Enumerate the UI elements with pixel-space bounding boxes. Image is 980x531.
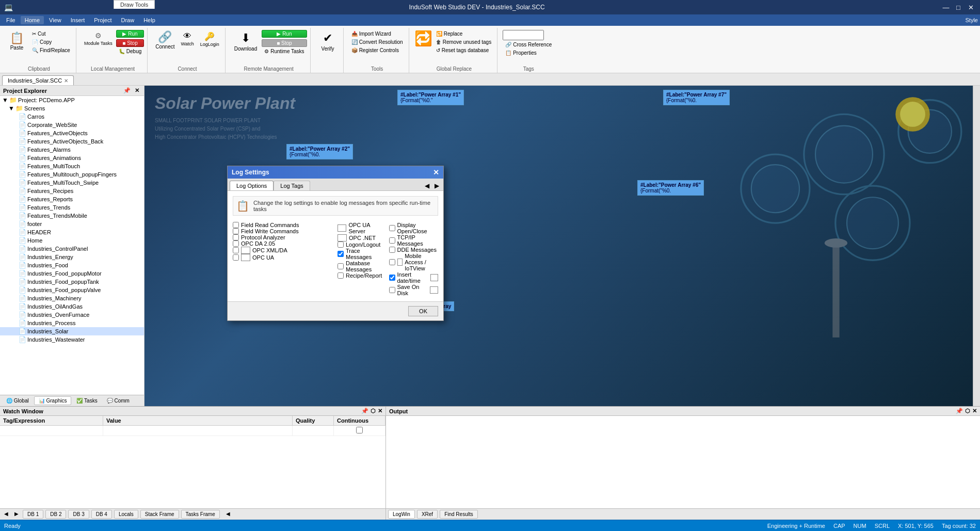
ww-continuous-checkbox[interactable] [356, 427, 363, 433]
reset-tags-button[interactable]: ↺ Reset tags database [433, 46, 494, 54]
menu-home[interactable]: Home [21, 16, 44, 24]
tab-close-button[interactable]: ✕ [64, 78, 68, 84]
tree-item-features-mt[interactable]: 📄Features_MultiTouch [0, 162, 144, 170]
pe-tab-tasks[interactable]: ✅ Tasks [72, 396, 101, 405]
cb-protocol-input[interactable] [233, 234, 239, 240]
ww-tab-db4[interactable]: DB 4 [91, 510, 112, 519]
tree-item-features-trends-mob[interactable]: 📄Features_TrendsMobile [0, 212, 144, 220]
tree-item-features-ao[interactable]: 📄Features_ActiveObjects [0, 129, 144, 137]
register-controls-button[interactable]: 📦 Register Controls [349, 46, 406, 54]
dialog-close-button[interactable]: ✕ [433, 169, 439, 176]
ww-tab-tasks-frame[interactable]: Tasks Frame [181, 510, 220, 519]
cut-button[interactable]: ✂ Cut [29, 30, 73, 38]
close-button[interactable]: ✕ [966, 2, 976, 12]
ww-tab-db2[interactable]: DB 2 [45, 510, 66, 519]
menu-view[interactable]: View [45, 16, 66, 24]
minimize-button[interactable]: — [941, 2, 951, 12]
dialog-ok-button[interactable]: OK [408, 306, 438, 316]
ww-tag-input[interactable] [3, 427, 100, 433]
run-button[interactable]: ▶ Run [116, 30, 144, 38]
opc-xml-color-box[interactable] [241, 247, 250, 254]
dialog-nav-next[interactable]: ▶ [432, 182, 441, 190]
cb-opc-xml-input[interactable] [233, 247, 239, 253]
pe-tab-comm[interactable]: 💬 Comm [103, 396, 134, 405]
tree-item-ind-solar[interactable]: 📄Industries_Solar [0, 327, 144, 335]
menu-draw[interactable]: Draw [117, 16, 139, 24]
tree-screens[interactable]: ▼ 📁 Screens [0, 104, 144, 112]
op-pin-button[interactable]: 📌 [956, 408, 963, 414]
cb-save-input[interactable] [389, 287, 395, 293]
menu-file[interactable]: File [2, 16, 20, 24]
tree-item-corporate[interactable]: 📄Corporate_WebSite [0, 121, 144, 129]
tree-item-header[interactable]: 📄HEADER [0, 228, 144, 236]
cb-insert-date-input[interactable] [389, 275, 395, 281]
mobile-color[interactable] [397, 259, 403, 266]
paste-button[interactable]: 📋 Paste [5, 30, 28, 53]
tree-item-ind-oil[interactable]: 📄Industries_OilAndGas [0, 302, 144, 311]
verify-button[interactable]: ✔ Verify [319, 30, 337, 53]
stop-button[interactable]: ■ Stop [116, 39, 144, 47]
tab-industries-solar[interactable]: Industries_Solar.SCC ✕ [2, 75, 74, 85]
tree-item-features-reports[interactable]: 📄Features_Reports [0, 195, 144, 203]
cb-dde-input[interactable] [389, 247, 395, 253]
ww-tab-stack-frame[interactable]: Stack Frame [140, 510, 179, 519]
tree-item-footer[interactable]: 📄footer [0, 220, 144, 228]
tree-item-features-alarms[interactable]: 📄Features_Alarms [0, 146, 144, 154]
module-tasks-button[interactable]: ⚙ Module Tasks [82, 30, 115, 47]
cb-display-input[interactable] [389, 225, 395, 231]
cb-logon-input[interactable] [338, 242, 344, 248]
ww-scroll-left[interactable]: ◀ [224, 510, 232, 519]
cb-trace-input[interactable] [338, 251, 344, 257]
tree-item-home[interactable]: 📄Home [0, 236, 144, 245]
tree-item-ind-process[interactable]: 📄Industries_Process [0, 319, 144, 327]
pe-tab-graphics[interactable]: 📊 Graphics [34, 396, 72, 405]
loglogin-button[interactable]: 🔑 LogLogin [198, 30, 222, 49]
op-close-button[interactable]: ✕ [972, 408, 977, 414]
import-wizard-button[interactable]: 📥 Import Wizard [349, 30, 406, 38]
tree-root[interactable]: ▼ 📁 Project: PCDemo.APP [0, 96, 144, 104]
ww-next-button[interactable]: ▶ [12, 510, 21, 519]
find-replace-button[interactable]: 🔍 Find/Replace [29, 46, 73, 54]
opc-ua-server-color[interactable] [338, 224, 346, 232]
tree-item-features-ao-back[interactable]: 📄Features_ActiveObjects_Back [0, 137, 144, 146]
remote-stop-button[interactable]: ■ Stop [262, 39, 307, 47]
ww-prev-button[interactable]: ◀ [2, 510, 10, 519]
op-tab-find-results[interactable]: Find Results [440, 510, 478, 519]
pe-pin-button[interactable]: 📌 [122, 87, 132, 94]
menu-insert[interactable]: Insert [67, 16, 89, 24]
maximize-button[interactable]: □ [953, 2, 963, 12]
cb-mobile-input[interactable] [389, 259, 395, 265]
tree-item-features-mt-swipe[interactable]: 📄Features_MultiTouch_Swipe [0, 179, 144, 187]
tags-search-input[interactable] [503, 30, 544, 40]
runtime-tasks-button[interactable]: ⚙ Runtime Tasks [262, 47, 307, 55]
cb-tcp-input[interactable] [389, 237, 395, 244]
tree-item-ind-energy[interactable]: 📄Industries_Energy [0, 253, 144, 261]
tree-item-ind-food-tank[interactable]: 📄Industries_Food_popupTank [0, 278, 144, 286]
tree-item-ind-wastewater[interactable]: 📄Industries_Wastewater [0, 335, 144, 344]
copy-button[interactable]: 📄 Copy [29, 38, 73, 46]
convert-resolution-button[interactable]: 🔄 Convert Resolution [349, 38, 406, 46]
opc-ua-color-box[interactable] [241, 254, 250, 261]
save-disk-color[interactable] [430, 286, 438, 294]
dialog-tab-log-options[interactable]: Log Options [230, 181, 274, 190]
cb-field-read-input[interactable] [233, 222, 239, 228]
op-float-button[interactable]: ⬡ [965, 408, 970, 414]
cross-reference-button[interactable]: 🔗 Cross Reference [503, 41, 554, 49]
dialog-nav-prev[interactable]: ◀ [423, 182, 431, 190]
tree-item-ind-oven[interactable]: 📄Industries_OvenFurnace [0, 311, 144, 319]
tree-item-ind-cp[interactable]: 📄Industries_ControlPanel [0, 245, 144, 253]
pe-tab-global[interactable]: 🌐 Global [2, 396, 33, 405]
tree-item-ind-food-valve[interactable]: 📄Industries_Food_popupValve [0, 286, 144, 294]
op-tab-logwin[interactable]: LogWin [388, 510, 415, 519]
insert-date-color[interactable] [430, 274, 438, 281]
debug-button[interactable]: 🐛 Debug [116, 47, 144, 55]
pe-close-button[interactable]: ✕ [133, 87, 141, 94]
menu-project[interactable]: Project [90, 16, 116, 24]
cb-opc-da-input[interactable] [233, 240, 239, 247]
opc-net-color[interactable] [338, 234, 347, 242]
tree-item-features-mt-popup[interactable]: 📄Features_Multitouch_popupFingers [0, 170, 144, 179]
cb-recipe-input[interactable] [338, 272, 344, 279]
cb-field-write-input[interactable] [233, 228, 239, 234]
ww-tab-db1[interactable]: DB 1 [23, 510, 43, 519]
tree-item-ind-machinery[interactable]: 📄Industries_Machinery [0, 294, 144, 302]
